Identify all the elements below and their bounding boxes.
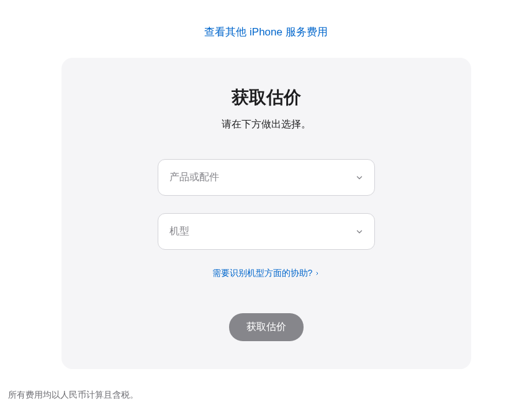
- chevron-right-icon: [315, 268, 320, 278]
- product-select-placeholder: 产品或配件: [169, 171, 219, 184]
- identify-model-help-link[interactable]: 需要识别机型方面的协助?: [212, 268, 320, 279]
- get-estimate-button[interactable]: 获取估价: [229, 313, 304, 341]
- model-select-wrapper: 机型: [158, 213, 375, 250]
- footer-text: 所有费用均以人民币计算且含税。 截至 2023 年 2 月底, 保外电池服务的费…: [7, 387, 525, 412]
- footer-line-1: 所有费用均以人民币计算且含税。: [8, 387, 524, 403]
- card-title: 获取估价: [86, 86, 446, 109]
- view-other-services-link[interactable]: 查看其他 iPhone 服务费用: [204, 26, 327, 38]
- card-subtitle: 请在下方做出选择。: [86, 118, 446, 131]
- top-link-container: 查看其他 iPhone 服务费用: [6, 0, 526, 58]
- product-select-wrapper: 产品或配件: [158, 159, 375, 196]
- model-select-placeholder: 机型: [169, 225, 189, 238]
- help-link-label: 需要识别机型方面的协助?: [212, 268, 313, 279]
- estimate-card: 获取估价 请在下方做出选择。 产品或配件 机型 需要识别机型方面的协助?: [61, 58, 471, 369]
- product-select[interactable]: 产品或配件: [158, 159, 375, 196]
- model-select[interactable]: 机型: [158, 213, 375, 250]
